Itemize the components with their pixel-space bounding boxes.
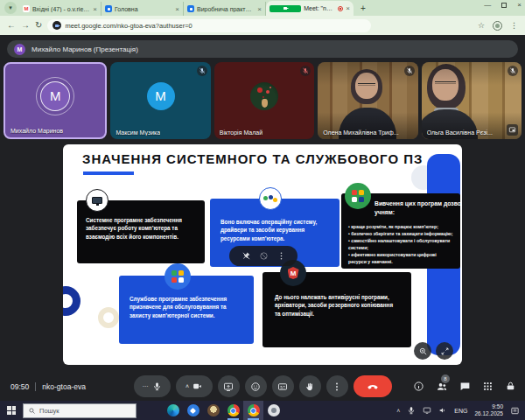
recording-indicator-icon (338, 6, 343, 11)
url-text: meet.google.com/nko-gtoa-eva?authuser=0 (65, 22, 192, 30)
card-title: Вивчення цих програм дозволяє учням: (374, 200, 462, 216)
mic-options-handle[interactable]: ⋯ (143, 383, 149, 390)
host-controls-icon[interactable] (505, 381, 516, 392)
bullet-item: самостійно налаштовувати і обслуговувати… (348, 237, 453, 251)
unpin-icon[interactable] (242, 251, 251, 261)
tile-olena[interactable]: Олена Михайлівна Триф... (318, 62, 417, 139)
reactions-button[interactable] (245, 375, 267, 397)
tab-practice[interactable]: Виробнича практика (група І × (184, 2, 266, 16)
tray-expand-button[interactable]: ˄ (396, 408, 400, 414)
window-close-button[interactable]: × (517, 1, 522, 9)
edge-app-button[interactable] (163, 401, 183, 420)
clock[interactable]: 9:50 26.12.2025 (474, 403, 503, 417)
avatar: М (40, 81, 70, 111)
participant-name: Вікторія Малай (220, 130, 262, 136)
browser-menu-icon[interactable]: ⋮ (510, 21, 518, 30)
tab-title: Meet: "nko-gtoa-eva" (304, 5, 335, 11)
tab-close-icon[interactable]: × (93, 5, 97, 13)
pip-icon[interactable] (507, 124, 518, 136)
blue-app-button[interactable] (183, 401, 203, 420)
chrome-app-button[interactable] (223, 401, 243, 420)
tab-title: Вхідні (47) - o.v.riezina@cusp... (32, 6, 90, 12)
app-button[interactable] (203, 401, 223, 420)
mic-off-icon (508, 66, 518, 76)
mute-disabled-icon (259, 251, 269, 261)
browser-toolbar: ← → ↻ meet.google.com/nko-gtoa-eva?authu… (0, 16, 525, 35)
window-controls: — × (484, 1, 522, 9)
forward-button[interactable]: → (21, 21, 30, 30)
start-button[interactable] (0, 401, 23, 420)
meet-control-bar: 09:50 nko-gtoa-eva ⋯ ˄ (0, 372, 525, 401)
taskbar-search[interactable]: Пошук (23, 403, 136, 418)
people-panel-button[interactable]: 8 (436, 381, 448, 393)
windows-taskbar: Пошук ˄ ENG 9:50 26.12.2025 (0, 401, 525, 420)
language-indicator[interactable]: ENG (454, 408, 467, 414)
meet-icon (270, 5, 301, 12)
more-options-icon[interactable] (276, 251, 286, 261)
participant-count-badge: 8 (441, 374, 450, 383)
tile-viktoria[interactable]: Вікторія Малай (214, 62, 314, 139)
address-bar[interactable]: meet.google.com/nko-gtoa-eva?authuser=0 (47, 19, 371, 32)
reload-button[interactable]: ↻ (35, 21, 42, 30)
service-apps-icon (164, 263, 191, 290)
apps-icon (345, 183, 371, 209)
card-text: Службове програмне забезпечення призначе… (130, 295, 243, 319)
end-call-button[interactable] (354, 375, 392, 397)
more-options-button[interactable] (326, 375, 348, 397)
tile-mykhailo[interactable]: М Михайло Маринов (4, 62, 107, 139)
chat-panel-icon[interactable] (459, 381, 471, 392)
os-icon (259, 187, 282, 210)
camera-button[interactable]: ˄ (176, 375, 213, 397)
participant-tiles: М Михайло Маринов М Максим Музика Віктор… (0, 58, 525, 139)
bookmark-star-icon[interactable]: ☆ (478, 21, 485, 30)
tray-mic-icon[interactable] (407, 406, 416, 415)
window-minimize-button[interactable]: — (484, 1, 491, 9)
search-placeholder: Пошук (39, 407, 60, 415)
presenter-name: Михайло Маринов (Презентація) (32, 46, 138, 53)
meeting-details-icon[interactable] (413, 381, 424, 392)
card-text: До нього належать антивірусні програми, … (275, 293, 399, 318)
camera-options-handle[interactable]: ˄ (186, 383, 189, 389)
tile-maksym[interactable]: М Максим Музика (110, 62, 210, 139)
monitor-icon (86, 189, 108, 212)
tab-search-button[interactable]: ▾ (4, 2, 17, 14)
toolbar-right: ☆ ⋮ (478, 21, 518, 31)
taskbar-apps (163, 401, 284, 420)
participant-name: Олена Михайлівна Триф... (323, 130, 398, 136)
new-tab-button[interactable]: + (357, 2, 369, 14)
tab-meet[interactable]: Meet: "nko-gtoa-eva" × (266, 1, 354, 16)
participant-name: Ольга Василівна Рєзі... (427, 130, 493, 136)
tray-volume-icon[interactable] (438, 406, 447, 415)
present-button[interactable] (218, 375, 240, 397)
gray-app-button[interactable] (263, 401, 284, 420)
card-bullet-list: краще розуміти, як працює комп’ютер; без… (348, 223, 453, 265)
window-maximize-button[interactable] (501, 3, 507, 8)
participant-name: Михайло Маринов (10, 128, 63, 134)
profile-avatar[interactable] (493, 21, 502, 31)
participant-name: Максим Музика (116, 130, 160, 136)
zoom-button[interactable] (414, 342, 431, 360)
activities-icon[interactable] (482, 381, 494, 392)
tab-gmail[interactable]: M Вхідні (47) - o.v.riezina@cusp... × (19, 2, 102, 16)
chrome-icon (228, 404, 240, 416)
tab-close-icon[interactable]: × (175, 5, 179, 13)
tile-hover-controls (229, 246, 298, 266)
notification-center-icon[interactable] (510, 406, 520, 416)
fullscreen-button[interactable] (436, 342, 453, 360)
tab-close-icon[interactable]: × (346, 4, 350, 12)
site-icon (187, 5, 194, 12)
chrome-active-window-button[interactable] (243, 401, 263, 420)
bullet-item: краще розуміти, як працює комп’ютер; (348, 223, 453, 230)
presenter-avatar: М (14, 44, 25, 55)
tab-close-icon[interactable]: × (257, 5, 262, 13)
call-controls: ⋯ ˄ (134, 375, 392, 397)
tile-olha[interactable]: Ольга Василівна Рєзі... (422, 62, 522, 139)
captions-button[interactable] (272, 375, 294, 397)
presenter-banner: М Михайло Маринов (Презентація) (7, 40, 518, 58)
raise-hand-button[interactable] (299, 375, 321, 397)
tray-display-icon[interactable] (423, 406, 431, 415)
card-text: Воно включає операційну систему, драйвер… (220, 218, 329, 242)
back-button[interactable]: ← (7, 21, 16, 30)
tab-home[interactable]: Головна × (102, 2, 184, 16)
mic-button[interactable]: ⋯ (134, 375, 171, 397)
